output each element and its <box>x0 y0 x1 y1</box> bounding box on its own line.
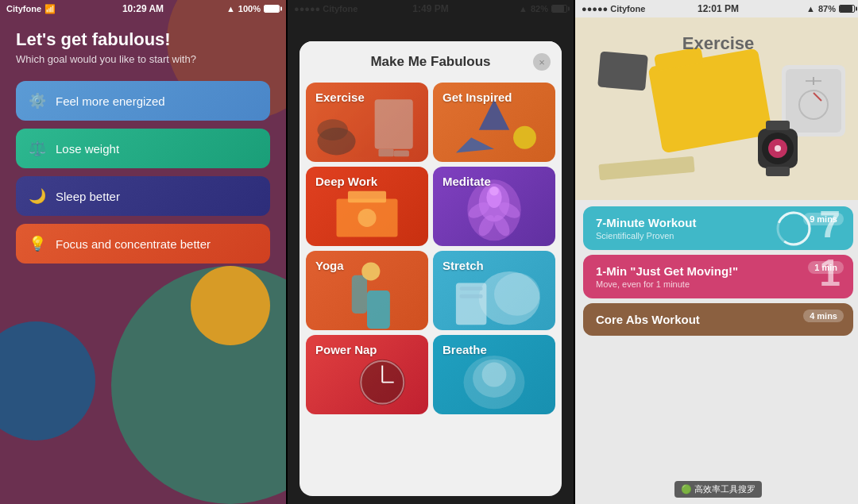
carrier-panel2: ●●●●● Cityfone <box>294 4 358 13</box>
panel-goals: Cityfone 📶 10:29 AM ▲ 100% Let's get fab… <box>0 0 286 504</box>
sleep-icon: 🌙 <box>29 187 46 205</box>
goal-energized[interactable]: ⚙️ Feel more energized <box>16 81 270 121</box>
workout-title-seven: 7-Minute Workout <box>596 216 696 229</box>
powernap-label: Power Nap <box>315 343 377 356</box>
svg-rect-9 <box>348 191 386 202</box>
battery-bar-panel1 <box>264 5 280 13</box>
status-bar-panel3: ●●●●● Cityfone 12:01 PM ▲ 87% <box>575 0 858 17</box>
exercise-header: Exercise <box>575 17 858 200</box>
battery-bar-panel2 <box>551 5 567 13</box>
category-stretch[interactable]: Stretch <box>433 251 555 330</box>
inspired-label: Get Inspired <box>443 90 512 104</box>
goal-sleep[interactable]: 🌙 Sleep better <box>16 176 270 216</box>
svg-rect-25 <box>460 287 483 290</box>
exercise-title: Exercise <box>682 33 755 54</box>
workout-core-abs[interactable]: Core Abs Workout 4 mins <box>583 303 853 336</box>
wechat-watermark: 🟢 高效率工具搜罗 <box>674 481 762 498</box>
goals-title: Let's get fabulous! <box>16 29 270 50</box>
svg-rect-2 <box>394 151 409 157</box>
focus-label: Focus and concentrate better <box>56 237 211 251</box>
workout-info-one: 1-Min "Just Get Moving!" Move, even for … <box>596 264 738 289</box>
workout-seven-min[interactable]: 7-Minute Workout Scientifically Proven 9… <box>583 206 853 250</box>
svg-point-23 <box>494 273 540 316</box>
workout-info-core: Core Abs Workout <box>596 313 700 326</box>
svg-point-6 <box>513 126 536 149</box>
modal-header: Make Me Fabulous × <box>300 41 562 83</box>
focus-icon: 💡 <box>29 235 46 252</box>
category-breathe[interactable]: Breathe <box>433 335 555 414</box>
category-exercise[interactable]: Exercise <box>306 83 428 162</box>
svg-point-4 <box>317 119 348 140</box>
status-bar-panel2: ●●●●● Cityfone 1:49 PM ▲ 82% <box>288 0 574 17</box>
time-panel2: 1:49 PM <box>412 3 448 14</box>
category-meditate[interactable]: Meditate <box>433 167 555 246</box>
svg-rect-19 <box>367 290 390 329</box>
svg-rect-1 <box>378 149 393 157</box>
svg-rect-20 <box>352 275 367 314</box>
workout-badge-core: 4 mins <box>803 310 844 322</box>
deepwork-label: Deep Work <box>315 175 377 188</box>
scale-decoration <box>782 65 845 137</box>
ruler-decoration <box>598 156 694 180</box>
workout-title-core: Core Abs Workout <box>596 313 700 326</box>
goals-subtitle: Which goal would you like to start with? <box>16 53 270 65</box>
gps-icon-panel1: ▲ <box>226 4 235 13</box>
battery-pct-panel3: 87% <box>818 4 836 13</box>
time-panel3: 12:01 PM <box>698 3 739 14</box>
workout-info-seven: 7-Minute Workout Scientifically Proven <box>596 216 696 240</box>
svg-point-33 <box>482 363 507 387</box>
weight-icon: ⚖️ <box>29 140 46 157</box>
svg-point-41 <box>775 145 781 152</box>
svg-point-10 <box>358 209 376 227</box>
carrier-panel3: ●●●●● Cityfone <box>582 4 645 13</box>
category-yoga[interactable]: Yoga <box>306 251 428 330</box>
svg-point-21 <box>361 262 380 280</box>
energized-icon: ⚙️ <box>29 92 46 110</box>
workout-subtitle-seven: Scientifically Proven <box>596 231 696 240</box>
battery-panel1: 100% <box>238 4 261 13</box>
workout-number-seven: 7 <box>819 206 841 244</box>
goal-weight[interactable]: ⚖️ Lose weight <box>16 129 270 168</box>
goal-focus[interactable]: 💡 Focus and concentrate better <box>16 224 270 264</box>
signal-panel2: ▲ <box>519 4 528 13</box>
weight-label: Lose weight <box>56 142 119 156</box>
svg-rect-0 <box>375 99 413 149</box>
energized-label: Feel more energized <box>56 94 165 108</box>
categories-grid: Exercise Get Inspired <box>300 83 562 421</box>
watch-decoration <box>758 129 798 168</box>
breathe-label: Breathe <box>443 343 487 356</box>
workout-ring-seven <box>774 209 814 248</box>
wifi-icon-panel1: 📶 <box>44 4 56 14</box>
battery-bar-panel3 <box>839 5 855 13</box>
workout-subtitle-one: Move, even for 1 minute <box>596 279 738 289</box>
workout-list: 7-Minute Workout Scientifically Proven 9… <box>575 200 858 504</box>
exercise-label: Exercise <box>315 90 365 104</box>
status-bar-panel1: Cityfone 📶 10:29 AM ▲ 100% <box>0 0 286 17</box>
workout-one-min[interactable]: 1-Min "Just Get Moving!" Move, even for … <box>583 255 853 298</box>
svg-rect-26 <box>460 294 483 298</box>
workout-number-one: 1 <box>819 255 841 292</box>
modal-close-button[interactable]: × <box>533 53 551 71</box>
category-inspired[interactable]: Get Inspired <box>433 83 555 162</box>
modal-title: Make Me Fabulous <box>370 54 490 70</box>
yoga-label: Yoga <box>315 259 344 272</box>
category-deepwork[interactable]: Deep Work <box>306 167 428 246</box>
panel-make-me-fabulous: ●●●●● Cityfone 1:49 PM ▲ 82% Make Me Fab… <box>288 0 574 504</box>
stretch-label: Stretch <box>443 259 484 272</box>
carrier-panel1: Cityfone <box>6 4 41 13</box>
shoes-decoration <box>597 51 648 90</box>
panel-exercise: ●●●●● Cityfone 12:01 PM ▲ 87% Exercise <box>575 0 858 504</box>
folder-decoration <box>648 48 773 154</box>
battery-pct-panel2: 82% <box>531 4 548 13</box>
category-powernap[interactable]: Power Nap <box>306 335 428 414</box>
time-panel1: 10:29 AM <box>122 3 164 14</box>
workout-title-one: 1-Min "Just Get Moving!" <box>596 264 738 278</box>
signal-panel3: ▲ <box>806 4 815 13</box>
sleep-label: Sleep better <box>56 190 120 203</box>
meditate-label: Meditate <box>443 175 491 188</box>
modal-container: Make Me Fabulous × Exercise Get Inspired <box>300 41 562 496</box>
svg-marker-7 <box>456 137 494 152</box>
